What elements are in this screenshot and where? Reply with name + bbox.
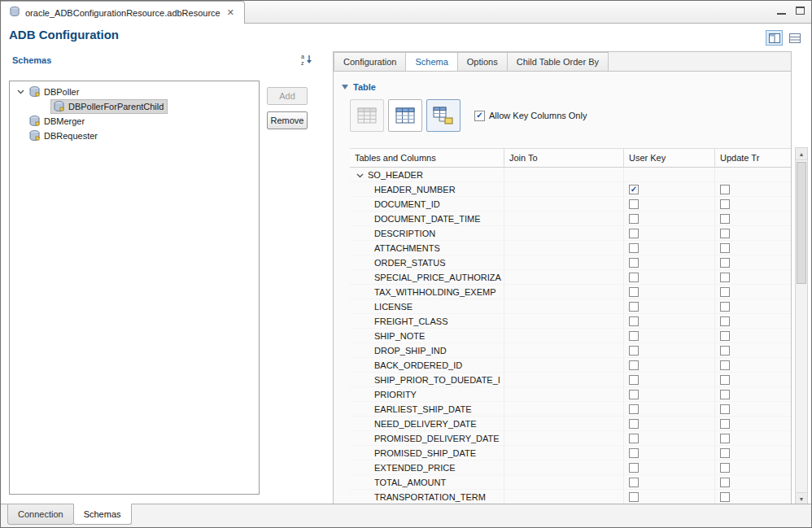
table-row[interactable]: EXTENDED_PRICE xyxy=(350,460,792,475)
user-key-checkbox[interactable] xyxy=(629,346,639,356)
table-row[interactable]: LICENSE xyxy=(350,299,792,314)
join-to-cell[interactable] xyxy=(504,358,624,373)
update-checkbox[interactable] xyxy=(720,419,730,429)
table-row[interactable]: TAX_WITHHOLDING_EXEMP xyxy=(350,285,792,299)
join-to-cell[interactable] xyxy=(504,402,624,417)
user-key-checkbox[interactable] xyxy=(629,287,639,297)
table-row[interactable]: DOCUMENT_ID xyxy=(350,197,792,212)
tab-options[interactable]: Options xyxy=(457,52,508,71)
tree-item-dbmerger[interactable]: DBMerger xyxy=(10,114,259,129)
layout-rows-button[interactable] xyxy=(786,30,803,46)
user-key-checkbox[interactable] xyxy=(629,273,639,282)
user-key-checkbox[interactable] xyxy=(629,419,639,429)
user-key-checkbox[interactable] xyxy=(629,463,639,473)
user-key-checkbox[interactable] xyxy=(629,331,639,341)
chevron-down-icon[interactable] xyxy=(15,133,26,138)
table-row[interactable]: SHIP_PRIOR_TO_DUEDATE_I xyxy=(350,373,792,387)
layout-columns-button[interactable] xyxy=(766,30,783,46)
user-key-checkbox[interactable] xyxy=(629,492,639,502)
vertical-scrollbar[interactable]: ▲ ▼ xyxy=(795,147,808,505)
chevron-down-icon[interactable] xyxy=(39,104,50,109)
table-row[interactable]: DOCUMENT_DATE_TIME xyxy=(350,212,792,226)
chevron-down-icon[interactable] xyxy=(15,119,26,124)
table-row[interactable]: FREIGHT_CLASS xyxy=(350,314,792,329)
table-group-row[interactable]: SO_HEADER xyxy=(350,168,792,182)
scroll-thumb[interactable] xyxy=(797,162,806,284)
join-to-cell[interactable] xyxy=(504,373,624,387)
table-row[interactable]: TRANSPORTATION_TERM xyxy=(350,490,792,504)
user-key-checkbox[interactable] xyxy=(629,448,639,458)
join-to-cell[interactable] xyxy=(504,387,624,402)
allow-key-checkbox[interactable] xyxy=(474,111,485,121)
user-key-checkbox[interactable] xyxy=(629,434,639,443)
update-checkbox[interactable] xyxy=(720,492,730,502)
update-checkbox[interactable] xyxy=(720,434,730,443)
join-to-cell[interactable] xyxy=(504,299,624,314)
table-row[interactable]: HEADER_NUMBER xyxy=(350,182,792,197)
join-to-cell[interactable] xyxy=(504,212,624,226)
update-checkbox[interactable] xyxy=(720,185,730,194)
user-key-checkbox[interactable] xyxy=(629,185,639,194)
update-checkbox[interactable] xyxy=(720,214,730,224)
scroll-down-button[interactable]: ▼ xyxy=(796,492,807,504)
update-checkbox[interactable] xyxy=(720,375,730,385)
column-header-user-key[interactable]: User Key xyxy=(624,149,715,167)
tree-item-dbrequester[interactable]: DBRequester xyxy=(10,129,259,143)
tab-child-table-order-by[interactable]: Child Table Order By xyxy=(507,52,609,71)
join-to-cell[interactable] xyxy=(504,314,624,329)
table-row[interactable]: PROMISED_SHIP_DATE xyxy=(350,446,792,460)
update-checkbox[interactable] xyxy=(720,243,730,253)
minimize-icon[interactable] xyxy=(777,7,786,15)
table-row[interactable]: ORDER_STATUS xyxy=(350,255,792,270)
user-key-checkbox[interactable] xyxy=(629,375,639,385)
table-row[interactable]: EARLIEST_SHIP_DATE xyxy=(350,402,792,417)
section-collapse-icon[interactable] xyxy=(342,85,348,89)
join-to-cell[interactable] xyxy=(504,270,624,285)
table-row[interactable]: ATTACHMENTS xyxy=(350,241,792,255)
update-checkbox[interactable] xyxy=(720,346,730,356)
update-checkbox[interactable] xyxy=(720,448,730,458)
join-to-cell[interactable] xyxy=(504,431,624,446)
table-row[interactable]: PROMISED_DELIVERY_DATE xyxy=(350,431,792,446)
table-row[interactable]: BACK_ORDERED_ID xyxy=(350,358,792,373)
user-key-checkbox[interactable] xyxy=(629,404,639,414)
table-row[interactable]: DROP_SHIP_IND xyxy=(350,343,792,358)
close-icon[interactable]: ✕ xyxy=(225,7,236,18)
user-key-checkbox[interactable] xyxy=(629,316,639,326)
scroll-up-button[interactable]: ▲ xyxy=(796,148,807,160)
table-row[interactable]: SHIP_NOTE xyxy=(350,329,792,343)
update-checkbox[interactable] xyxy=(720,360,730,370)
tab-configuration[interactable]: Configuration xyxy=(334,52,406,71)
join-to-cell[interactable] xyxy=(504,460,624,475)
maximize-icon[interactable] xyxy=(796,7,805,15)
update-checkbox[interactable] xyxy=(720,463,730,473)
chevron-down-icon[interactable] xyxy=(356,170,364,180)
join-to-cell[interactable] xyxy=(504,285,624,299)
user-key-checkbox[interactable] xyxy=(629,360,639,370)
join-to-cell[interactable] xyxy=(504,475,624,490)
join-to-cell[interactable] xyxy=(504,226,624,241)
user-key-checkbox[interactable] xyxy=(629,258,639,268)
update-checkbox[interactable] xyxy=(720,478,730,487)
join-to-cell[interactable] xyxy=(504,417,624,431)
editor-tab[interactable]: oracle_ADBConfigurationResource.adbResou… xyxy=(1,1,245,24)
join-to-cell[interactable] xyxy=(504,343,624,358)
tree-item-dbpoller[interactable]: DBPoller xyxy=(10,85,259,99)
update-checkbox[interactable] xyxy=(720,404,730,414)
column-header-update-trigger[interactable]: Update Tr xyxy=(715,149,792,167)
remove-button[interactable]: Remove xyxy=(267,111,308,129)
chevron-down-icon[interactable] xyxy=(15,89,26,94)
join-to-cell[interactable] xyxy=(504,255,624,270)
tree-item-dbpollerforparentchild[interactable]: DBPollerForParentChild xyxy=(10,99,259,114)
join-to-cell[interactable] xyxy=(504,446,624,460)
user-key-checkbox[interactable] xyxy=(629,199,639,209)
join-to-cell[interactable] xyxy=(504,182,624,197)
user-key-checkbox[interactable] xyxy=(629,390,639,399)
user-key-checkbox[interactable] xyxy=(629,302,639,312)
column-header-join-to[interactable]: Join To xyxy=(504,149,624,167)
update-checkbox[interactable] xyxy=(720,273,730,282)
update-checkbox[interactable] xyxy=(720,331,730,341)
select-all-columns-button[interactable] xyxy=(350,99,384,132)
table-section-header[interactable]: Table xyxy=(342,82,376,92)
table-row[interactable]: TOTAL_AMOUNT xyxy=(350,475,792,490)
